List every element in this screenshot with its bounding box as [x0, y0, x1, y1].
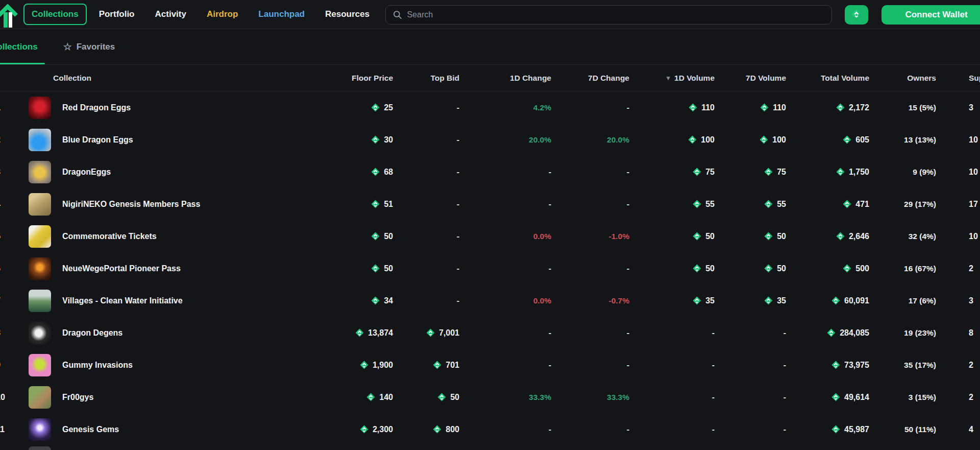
col-header-1d-volume[interactable]: ▼1D Volume [629, 74, 715, 83]
nav-item-airdrop[interactable]: Airdrop [199, 4, 246, 25]
floor-price-cell: 13,874 [251, 328, 393, 338]
collection-cell[interactable]: Dragon Degens [6, 322, 251, 344]
table-row[interactable]: 11 Genesis Gems 2,300 800 - - - - 45,9 [0, 413, 980, 445]
col-header-7d-change[interactable]: 7D Change [551, 74, 629, 83]
table-row[interactable]: 6 NeueWegePortal Pioneer Pass 50 - - - 5… [0, 252, 980, 285]
token-icon [371, 135, 380, 144]
search-icon [393, 10, 402, 19]
collection-cell[interactable]: NigiriNEKO Genesis Members Pass [6, 193, 251, 216]
token-icon [371, 264, 380, 273]
nav-item-collections[interactable]: Collections [23, 4, 87, 25]
nav-item-resources[interactable]: Resources [317, 4, 378, 25]
top-bid-cell: 7,001 [393, 328, 459, 338]
7d-change-cell: 20.0% [551, 135, 629, 145]
supply-cell: 17 [936, 200, 980, 209]
collection-cell[interactable]: Villages - Clean Water Initiative [6, 290, 251, 312]
supply-cell: 10 [936, 232, 980, 241]
token-icon [433, 361, 442, 369]
nav-item-launchpad[interactable]: Launchpad [250, 4, 313, 25]
col-header-1d-change[interactable]: 1D Change [459, 74, 551, 83]
collection-name: Gummy Invasions [62, 361, 133, 370]
col-header-supply[interactable]: Supply [936, 74, 980, 83]
table-row[interactable]: 9 Gummy Invasions 1,900 701 - - - - 73 [0, 349, 980, 381]
collection-thumbnail [29, 161, 51, 183]
search-input[interactable] [407, 10, 824, 19]
owners-cell: 9 (9%) [869, 168, 936, 177]
table-row[interactable]: 1 Red Dragon Eggs 25 - 4.2% - 110 110 [0, 91, 980, 124]
col-header-collection[interactable]: Collection [6, 74, 251, 83]
row-rank: 3 [0, 168, 6, 177]
supply-cell: 3 [936, 296, 980, 305]
nav-item-portfolio[interactable]: Portfolio [91, 4, 143, 25]
total-volume-cell: 45,987 [786, 425, 869, 434]
table-header-row: Collection Floor Price Top Bid 1D Change… [0, 65, 980, 91]
token-icon [851, 9, 862, 19]
tab-collections-label: Collections [0, 42, 38, 52]
table-row[interactable]: 5 Commemorative Tickets 50 - 0.0% -1.0% … [0, 220, 980, 252]
collection-cell[interactable]: NeueWegePortal Pioneer Pass [6, 257, 251, 280]
collection-cell[interactable]: Red Dragon Eggs [6, 97, 251, 119]
owners-cell: 13 (13%) [869, 135, 936, 145]
col-header-floor-price[interactable]: Floor Price [251, 74, 393, 83]
1d-volume-cell: - [629, 425, 715, 434]
7d-volume-cell: 35 [715, 296, 786, 305]
token-icon [366, 393, 375, 401]
owners-cell: 32 (4%) [869, 232, 936, 241]
total-volume-cell: 73,975 [786, 361, 869, 370]
floor-price-cell: 50 [251, 264, 393, 273]
collection-thumbnail [29, 290, 51, 312]
collection-thumbnail [29, 257, 51, 280]
1d-change-cell: 33.3% [459, 393, 551, 402]
table-row[interactable]: 7 Villages - Clean Water Initiative 34 -… [0, 285, 980, 317]
collection-cell[interactable]: Commemorative Tickets [6, 225, 251, 248]
top-bid-cell: - [393, 296, 459, 305]
7d-volume-cell: 50 [715, 232, 786, 241]
token-icon [426, 328, 435, 337]
app-logo[interactable] [0, 0, 23, 29]
supply-cell: 4 [936, 425, 980, 434]
token-icon [371, 168, 380, 176]
col-header-total-volume[interactable]: Total Volume [786, 74, 869, 83]
top-bid-cell: 50 [393, 393, 459, 402]
total-volume-cell: 49,614 [786, 393, 869, 402]
collection-thumbnail [29, 354, 51, 376]
token-icon [836, 232, 845, 241]
search-bar[interactable] [385, 5, 832, 25]
collection-name: Genesis Gems [62, 425, 119, 434]
7d-volume-cell: - [715, 361, 786, 370]
collection-cell[interactable]: Gummy Invasions [6, 354, 251, 376]
collection-cell[interactable]: DragonEggs [6, 161, 251, 183]
token-icon [693, 168, 701, 176]
1d-volume-cell: 100 [629, 135, 715, 145]
connect-wallet-button[interactable]: Connect Wallet [881, 5, 980, 25]
1d-volume-cell: 55 [629, 200, 715, 209]
table-row[interactable]: 4 NigiriNEKO Genesis Members Pass 51 - -… [0, 188, 980, 220]
table-row[interactable]: 8 Dragon Degens 13,874 7,001 - - - - 2 [0, 317, 980, 349]
floor-price-cell: 140 [251, 393, 393, 402]
7d-change-cell: -1.0% [551, 232, 629, 241]
col-header-7d-volume[interactable]: 7D Volume [715, 74, 786, 83]
collection-cell[interactable]: Blue Dragon Eggs [6, 129, 251, 151]
7d-volume-cell: - [715, 393, 786, 402]
nav-item-activity[interactable]: Activity [147, 4, 194, 25]
star-icon: ☆ [63, 42, 72, 52]
top-bid-cell: - [393, 264, 459, 273]
7d-change-cell: - [551, 264, 629, 273]
token-balance-button[interactable] [845, 5, 868, 25]
7d-change-cell: - [551, 168, 629, 177]
table-row[interactable]: 10 Fr00gys 140 50 33.3% 33.3% - - 49,6 [0, 381, 980, 413]
table-row[interactable]: 2 Blue Dragon Eggs 30 - 20.0% 20.0% 100 … [0, 124, 980, 156]
collection-name: Blue Dragon Eggs [62, 135, 133, 145]
collection-cell[interactable]: Genesis Gems [6, 418, 251, 441]
7d-change-cell: -0.7% [551, 296, 629, 305]
tab-collections[interactable]: Collections [0, 29, 45, 64]
tab-favorites[interactable]: ☆ Favorites [61, 29, 117, 64]
top-bid-cell: - [393, 200, 459, 209]
table-row[interactable]: 3 DragonEggs 68 - - - 75 75 [0, 156, 980, 188]
collection-thumbnail [29, 97, 51, 119]
col-header-owners[interactable]: Owners [869, 74, 936, 83]
7d-change-cell: - [551, 328, 629, 338]
token-icon [764, 232, 773, 241]
collection-cell[interactable]: Fr00gys [6, 386, 251, 409]
col-header-top-bid[interactable]: Top Bid [393, 74, 459, 83]
